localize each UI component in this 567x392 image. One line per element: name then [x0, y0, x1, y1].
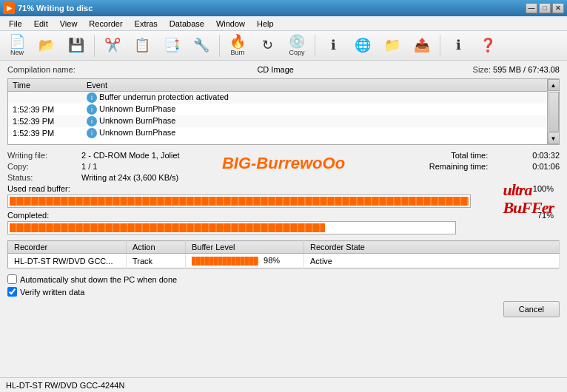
- log-time-0: [8, 92, 82, 104]
- size-value: 595 MB / 67:43.08: [493, 65, 560, 74]
- copy-value: 1 / 1: [81, 162, 97, 171]
- col-state: Recorder State: [304, 241, 560, 254]
- log-row: 1:52:39 PM i Unknown BurnPhase: [8, 104, 559, 115]
- maximize-btn[interactable]: □: [539, 3, 551, 13]
- refresh-btn[interactable]: ↻: [253, 33, 281, 59]
- log-row: 1:52:39 PM i Unknown BurnPhase: [8, 115, 559, 127]
- read-buffer-label-row: Used read buffer: 100%: [7, 184, 560, 193]
- recorder-name: HL-DT-ST RW/DVD GCC...: [8, 254, 127, 268]
- checkbox-shutdown-row: Automatically shut down the PC when done: [7, 274, 560, 284]
- writing-file-row: Writing file: 2 - CD-ROM Mode 1, Joliet …: [7, 151, 560, 160]
- menu-database[interactable]: Database: [164, 18, 210, 30]
- main-content: Compilation name: CD Image Size: 595 MB …: [0, 61, 567, 322]
- cancel-button[interactable]: Cancel: [503, 301, 560, 317]
- buffer-level-bar: [192, 257, 258, 266]
- info2-btn[interactable]: ℹ: [444, 33, 472, 59]
- scroll-down[interactable]: ▼: [548, 132, 560, 144]
- folder-icon: 📁: [384, 38, 400, 52]
- settings-btn[interactable]: 🔧: [187, 33, 215, 59]
- menu-help[interactable]: Help: [251, 18, 280, 30]
- completed-section: Completed: 71%: [7, 211, 560, 234]
- size-label: Size:: [473, 65, 491, 74]
- checkbox-shutdown-label: Automatically shut down the PC when done: [20, 275, 177, 284]
- help-icon: ❓: [480, 38, 496, 52]
- sep2: [219, 35, 220, 57]
- recorder-table: Recorder Action Buffer Level Recorder St…: [7, 240, 560, 268]
- settings-icon: 🔧: [193, 38, 209, 52]
- completed-fill: [10, 223, 325, 232]
- status-row: Status: Writing at 24x (3,600 KB/s): [7, 173, 560, 182]
- col-event: Event: [82, 79, 559, 92]
- total-time-value: 0:03:32: [532, 151, 560, 160]
- read-buffer-label: Used read buffer:: [7, 184, 70, 193]
- buffer-percent: 98%: [264, 256, 280, 265]
- checkbox-shutdown[interactable]: [7, 274, 17, 284]
- log-event-2: i Unknown BurnPhase: [82, 115, 559, 127]
- log-icon-3: i: [87, 128, 97, 138]
- read-buffer-section: Used read buffer: 100% ultra BuFFer: [7, 184, 560, 208]
- menubar: File Edit View Recorder Extras Database …: [0, 16, 567, 31]
- col-recorder: Recorder: [8, 241, 127, 254]
- menu-window[interactable]: Window: [210, 18, 251, 30]
- upload-icon: 📤: [414, 38, 430, 52]
- menu-recorder[interactable]: Recorder: [83, 18, 128, 30]
- scroll-up[interactable]: ▲: [548, 79, 560, 91]
- cut-icon: ✂️: [104, 38, 121, 52]
- web-btn[interactable]: 🌐: [349, 33, 377, 59]
- read-buffer-fill: [10, 197, 469, 206]
- col-buffer: Buffer Level: [186, 241, 304, 254]
- recorder-state: Active: [304, 254, 560, 268]
- paste-icon: 📑: [164, 38, 180, 52]
- menu-file[interactable]: File: [3, 18, 28, 30]
- checkbox-verify[interactable]: [7, 287, 17, 297]
- open-btn[interactable]: 📂: [33, 33, 61, 59]
- titlebar: ▶ 71% Writing to disc — □ ✕: [0, 0, 567, 16]
- log-row: i Buffer underrun protection activated: [8, 92, 559, 104]
- col-action: Action: [127, 241, 186, 254]
- info-section: BIG-BurrewoOo Writing file: 2 - CD-ROM M…: [7, 151, 560, 182]
- paste-btn[interactable]: 📑: [158, 33, 186, 59]
- close-btn[interactable]: ✕: [552, 3, 564, 13]
- app-icon: ▶: [3, 2, 15, 14]
- menu-view[interactable]: View: [54, 18, 84, 30]
- new-btn[interactable]: 📄 New: [3, 33, 31, 59]
- folder-btn[interactable]: 📁: [378, 33, 406, 59]
- burn-label: Burn: [230, 49, 244, 56]
- completed-bar: [7, 221, 456, 234]
- cut-btn[interactable]: ✂️: [98, 33, 127, 59]
- ultra-buffer-logo: ultra BuFFer: [503, 181, 554, 217]
- scroll-thumb[interactable]: [548, 92, 559, 132]
- menu-edit[interactable]: Edit: [28, 18, 54, 30]
- log-icon-2: i: [87, 116, 97, 126]
- upload-btn[interactable]: 📤: [408, 33, 436, 59]
- window-title: 71% Writing to disc: [18, 4, 526, 13]
- read-buffer-bar: [7, 195, 471, 208]
- sep1: [94, 35, 95, 57]
- recorder-action: Track: [127, 254, 186, 268]
- copy-btn[interactable]: 💿 Copy: [283, 33, 311, 59]
- footer-checkboxes: Automatically shut down the PC when done…: [7, 274, 560, 297]
- compilation-header: Compilation name: CD Image Size: 595 MB …: [7, 65, 560, 74]
- info2-icon: ℹ: [456, 38, 461, 52]
- menu-extras[interactable]: Extras: [129, 18, 164, 30]
- remaining-time-section: Remaining time: 0:01:06: [429, 162, 560, 171]
- new-label: New: [10, 49, 24, 56]
- total-time-section: Total time: 0:03:32: [451, 151, 560, 160]
- refresh-icon: ↻: [262, 38, 273, 52]
- save-btn[interactable]: 💾: [62, 33, 90, 59]
- log-row: 1:52:39 PM i Unknown BurnPhase: [8, 127, 559, 139]
- help-btn[interactable]: ❓: [474, 33, 502, 59]
- copy-label: Copy: [289, 49, 304, 56]
- checkbox-verify-row: Verify written data: [7, 287, 560, 297]
- copy-content-btn[interactable]: 📋: [128, 33, 156, 59]
- log-scrollbar[interactable]: ▲ ▼: [547, 79, 559, 144]
- log-table-container: Time Event i Buffer underrun protection …: [7, 78, 560, 145]
- window-controls: — □ ✕: [526, 3, 564, 13]
- info-btn[interactable]: ℹ: [319, 33, 347, 59]
- minimize-btn[interactable]: —: [526, 3, 537, 13]
- log-time-2: 1:52:39 PM: [8, 115, 82, 127]
- log-icon-0: i: [87, 92, 97, 103]
- recorder-row: HL-DT-ST RW/DVD GCC... Track 98% Active: [8, 254, 560, 268]
- burn-btn[interactable]: 🔥 Burn: [224, 33, 252, 59]
- remaining-label: Remaining time:: [429, 162, 488, 171]
